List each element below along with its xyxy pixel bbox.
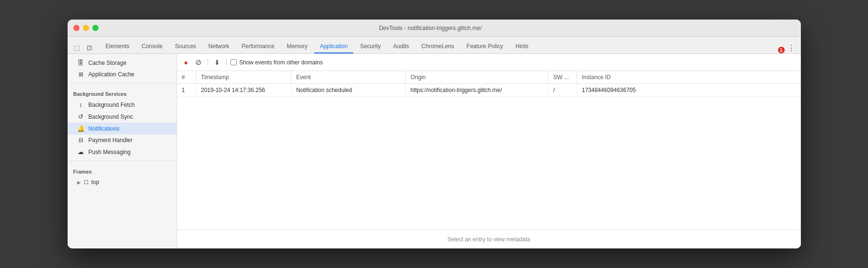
sidebar-divider-2 xyxy=(68,161,177,161)
cell-num: 1 xyxy=(177,84,196,97)
cache-storage-icon: 🗄 xyxy=(77,59,85,66)
error-badge: 1 xyxy=(778,47,785,53)
device-icon[interactable]: ⊡ xyxy=(84,42,95,53)
sidebar-item-push-messaging[interactable]: ☁ Push Messaging xyxy=(68,146,177,158)
tab-audits[interactable]: Audits xyxy=(388,40,415,53)
tab-featurepolicy[interactable]: Feature Policy xyxy=(461,40,509,53)
col-header-timestamp: Timestamp xyxy=(196,71,291,84)
tab-console[interactable]: Console xyxy=(136,40,169,53)
col-header-origin: Origin xyxy=(406,71,549,84)
main-content: 🗄 Cache Storage ⊞ Application Cache Back… xyxy=(68,54,801,248)
clear-button[interactable]: ⊘ xyxy=(193,57,204,68)
events-table: # Timestamp Event Origin SW ... Instance… xyxy=(177,71,801,97)
arrow-icon: ▶ xyxy=(77,180,81,185)
cell-event: Notification scheduled xyxy=(291,84,406,97)
background-fetch-icon: ↕ xyxy=(77,101,85,108)
select-entry-text: Select an entry to view metadata xyxy=(447,236,530,243)
record-button[interactable]: ● xyxy=(181,57,191,68)
cell-origin: https://notification-triggers.glitch.me/ xyxy=(406,84,549,97)
frames-header: Frames xyxy=(68,164,177,176)
push-messaging-icon: ☁ xyxy=(77,148,85,155)
more-options-button[interactable]: ⋮ xyxy=(786,42,797,53)
background-sync-icon: ↺ xyxy=(77,113,85,120)
toolbar-icons: ⬚ ⊡ xyxy=(71,42,95,53)
payment-handler-icon: ⊟ xyxy=(77,137,85,144)
col-header-num: # xyxy=(177,71,196,84)
col-header-instance-id: Instance ID xyxy=(577,71,801,84)
tab-network[interactable]: Network xyxy=(203,40,235,53)
cell-timestamp: 2019-10-24 14:17:36.256 xyxy=(196,84,291,97)
table-row[interactable]: 1 2019-10-24 14:17:36.256 Notification s… xyxy=(177,84,801,97)
frame-icon: ☐ xyxy=(84,179,89,186)
inspect-icon[interactable]: ⬚ xyxy=(71,42,83,53)
sidebar-item-application-cache[interactable]: ⊞ Application Cache xyxy=(68,69,177,80)
show-other-domains-label[interactable]: Show events from other domains xyxy=(230,59,323,66)
toolbar-separator-2 xyxy=(226,59,227,66)
sidebar-item-background-sync[interactable]: ↺ Background Sync xyxy=(68,111,177,123)
sidebar-item-notifications[interactable]: 🔔 Notifications xyxy=(68,123,177,134)
sidebar-item-payment-handler[interactable]: ⊟ Payment Handler xyxy=(68,134,177,146)
application-cache-icon: ⊞ xyxy=(77,71,85,78)
devtools-tabs: ⬚ ⊡ Elements Console Sources Network Per… xyxy=(68,37,801,54)
cell-instance-id: 17348446094636705 xyxy=(577,84,801,97)
sidebar-divider-1 xyxy=(68,83,177,83)
sidebar-item-cache-storage[interactable]: 🗄 Cache Storage xyxy=(68,57,177,69)
tab-application[interactable]: Application xyxy=(314,40,354,53)
table-body: 1 2019-10-24 14:17:36.256 Notification s… xyxy=(177,84,801,97)
sidebar-item-top[interactable]: ▶ ☐ top xyxy=(68,176,177,188)
content-area: ● ⊘ ⬇ Show events from other domains # T… xyxy=(177,54,801,248)
notifications-icon: 🔔 xyxy=(77,125,85,132)
titlebar: DevTools - notification-triggers.glitch.… xyxy=(68,20,801,37)
error-count-icon: 1 xyxy=(778,47,785,53)
sidebar-item-background-fetch[interactable]: ↕ Background Fetch xyxy=(68,99,177,111)
table-header: # Timestamp Event Origin SW ... Instance… xyxy=(177,71,801,84)
maximize-button[interactable] xyxy=(92,25,99,31)
notification-toolbar: ● ⊘ ⬇ Show events from other domains xyxy=(177,54,801,71)
minimize-button[interactable] xyxy=(83,25,89,31)
tab-hints[interactable]: Hints xyxy=(510,40,534,53)
tab-elements[interactable]: Elements xyxy=(100,40,135,53)
toolbar-separator xyxy=(208,59,208,66)
bottom-bar: Select an entry to view metadata xyxy=(177,229,801,248)
window-title: DevTools - notification-triggers.glitch.… xyxy=(104,25,757,31)
cell-sw: / xyxy=(549,84,577,97)
table-container: # Timestamp Event Origin SW ... Instance… xyxy=(177,71,801,229)
tab-security[interactable]: Security xyxy=(354,40,386,53)
download-button[interactable]: ⬇ xyxy=(212,57,222,68)
tab-memory[interactable]: Memory xyxy=(281,40,313,53)
window-controls xyxy=(73,25,99,31)
background-services-header: Background Services xyxy=(68,86,177,99)
tab-chromelens[interactable]: ChromeLens xyxy=(416,40,460,53)
tab-sources[interactable]: Sources xyxy=(170,40,202,53)
sidebar: 🗄 Cache Storage ⊞ Application Cache Back… xyxy=(68,54,177,248)
col-header-event: Event xyxy=(291,71,406,84)
devtools-window: DevTools - notification-triggers.glitch.… xyxy=(68,20,801,248)
close-button[interactable] xyxy=(73,25,80,31)
col-header-sw: SW ... xyxy=(549,71,577,84)
show-other-domains-checkbox[interactable] xyxy=(230,59,237,65)
tab-performance[interactable]: Performance xyxy=(236,40,280,53)
